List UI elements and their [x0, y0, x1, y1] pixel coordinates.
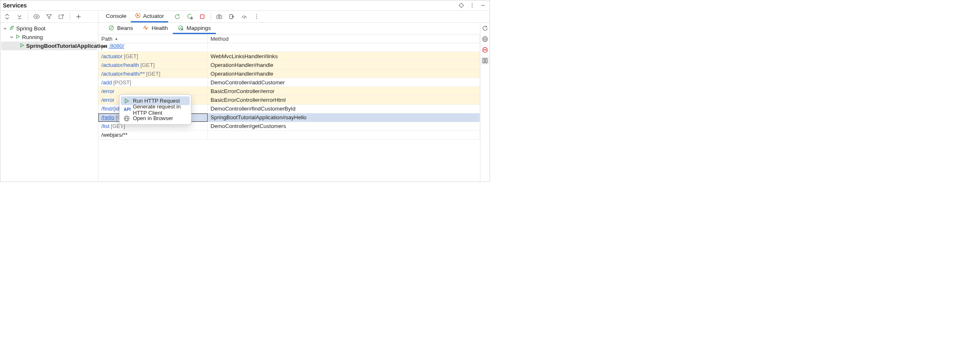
- table-row[interactable]: /**: [98, 43, 480, 52]
- context-menu: Run HTTP Request API Generate request in…: [119, 94, 191, 125]
- right-gutter: [480, 23, 490, 182]
- svg-point-14: [137, 15, 138, 16]
- svg-point-21: [244, 17, 245, 18]
- table-row[interactable]: /actuator[GET]WebMvcLinksHandler#links: [98, 52, 480, 61]
- expand-collapse-icon[interactable]: [3, 12, 11, 21]
- tree-node-running[interactable]: Running: [0, 33, 98, 42]
- add-icon[interactable]: [74, 12, 83, 21]
- svg-line-26: [110, 27, 113, 30]
- column-header-method[interactable]: Method: [208, 34, 480, 43]
- spring-icon: [9, 25, 15, 32]
- svg-point-10: [36, 16, 37, 17]
- heartbeat-icon: [143, 25, 149, 31]
- subtab-health[interactable]: Health: [138, 23, 173, 34]
- camera-icon[interactable]: [215, 12, 223, 21]
- svg-rect-35: [485, 59, 487, 63]
- forbid-icon: [108, 25, 114, 31]
- menu-label: Open in Browser: [133, 115, 173, 121]
- play-icon: [20, 43, 24, 49]
- chevron-down-icon: [2, 26, 8, 32]
- tab-actuator[interactable]: Actuator: [131, 11, 168, 22]
- tab-label: Console: [106, 13, 127, 19]
- api-icon: API: [124, 107, 130, 112]
- table-row[interactable]: /add[POST]DemoController#addCustomer: [98, 78, 480, 87]
- panels-icon[interactable]: [481, 57, 489, 64]
- svg-point-18: [218, 16, 220, 18]
- tree-label: SpringBootTutorialApplication: [26, 43, 107, 49]
- svg-point-33: [483, 47, 488, 52]
- subtab-label: Health: [152, 25, 168, 31]
- tree-node-springboot[interactable]: Spring Boot: [0, 24, 98, 33]
- table-row[interactable]: /actuator/health/**[GET]OperationHandler…: [98, 69, 480, 78]
- collapse-all-icon[interactable]: [15, 12, 24, 21]
- globe-icon: [178, 25, 184, 31]
- globe-icon[interactable]: [481, 35, 489, 43]
- subtab-label: Beans: [117, 25, 133, 31]
- refresh-icon[interactable]: [481, 25, 489, 32]
- subtab-label: Mappings: [186, 25, 211, 31]
- subtab-mappings[interactable]: Mappings: [173, 23, 216, 34]
- minimize-icon[interactable]: [479, 1, 487, 10]
- svg-point-24: [256, 18, 257, 19]
- run-config-icon[interactable]: [186, 12, 194, 21]
- stop-icon[interactable]: [198, 12, 206, 21]
- filter-icon[interactable]: [45, 12, 53, 21]
- svg-point-22: [256, 15, 257, 15]
- tree-node-app[interactable]: SpringBootTutorialApplication :8080/: [1, 42, 97, 50]
- svg-rect-16: [200, 15, 204, 19]
- subtab-beans[interactable]: Beans: [103, 23, 138, 34]
- exit-icon[interactable]: [228, 12, 236, 21]
- more-icon[interactable]: [468, 1, 476, 10]
- more-actions-icon[interactable]: [252, 12, 261, 21]
- panel-title: Services: [3, 2, 27, 9]
- play-icon: [15, 34, 20, 40]
- chevron-down-icon: [9, 34, 15, 40]
- play-icon: [124, 98, 130, 104]
- table-row[interactable]: /webjars/**: [98, 131, 480, 140]
- svg-point-0: [460, 4, 463, 7]
- svg-point-5: [472, 3, 473, 4]
- tab-label: Actuator: [143, 13, 164, 19]
- svg-point-23: [256, 16, 257, 17]
- svg-point-7: [472, 7, 473, 7]
- tree-pane: Spring Boot Running SpringBootTutorialAp…: [0, 23, 98, 182]
- new-panel-icon[interactable]: [57, 12, 66, 21]
- menu-label: Generate request in HTTP Client: [133, 103, 187, 116]
- svg-rect-11: [59, 15, 63, 19]
- tree-label: Spring Boot: [16, 25, 46, 32]
- svg-rect-34: [483, 59, 485, 63]
- table-row[interactable]: /actuator/health[GET]OperationHandler#ha…: [98, 61, 480, 69]
- tree-toolbar: [0, 11, 98, 22]
- show-icon[interactable]: [32, 12, 41, 21]
- tab-console[interactable]: Console: [102, 11, 131, 22]
- svg-point-6: [472, 5, 473, 6]
- target-icon[interactable]: [457, 1, 466, 10]
- dashboard-icon[interactable]: [240, 12, 248, 21]
- tree-label: Running: [22, 34, 43, 40]
- actuator-icon: [135, 12, 141, 20]
- menu-generate-request[interactable]: API Generate request in HTTP Client: [120, 105, 191, 114]
- globe-icon: [124, 116, 130, 121]
- sort-asc-icon: ▲: [115, 37, 118, 41]
- rerun-icon[interactable]: [173, 12, 181, 21]
- column-header-path[interactable]: Path▲: [98, 34, 208, 43]
- maven-icon[interactable]: [481, 46, 489, 54]
